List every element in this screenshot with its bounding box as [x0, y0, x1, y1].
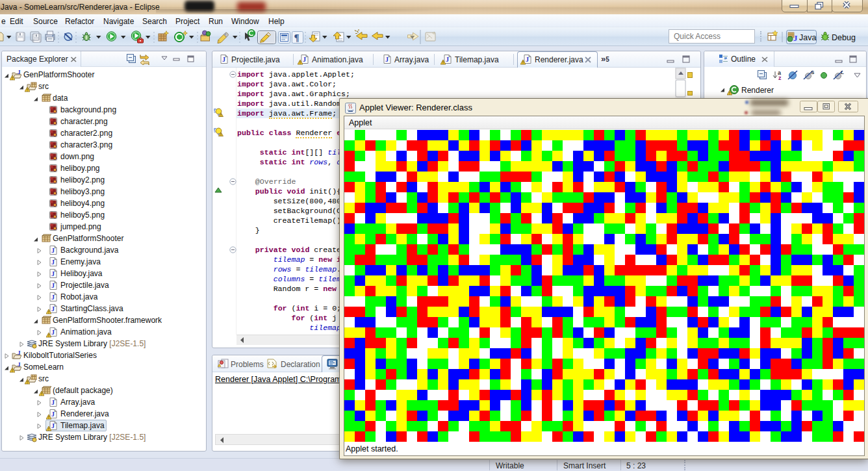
svg-text:¶: ¶ — [294, 32, 300, 43]
svg-text:z: z — [778, 75, 782, 81]
svg-text:Java: Java — [799, 33, 816, 42]
svg-text:J: J — [793, 33, 798, 43]
svg-text:Debug: Debug — [832, 33, 856, 42]
